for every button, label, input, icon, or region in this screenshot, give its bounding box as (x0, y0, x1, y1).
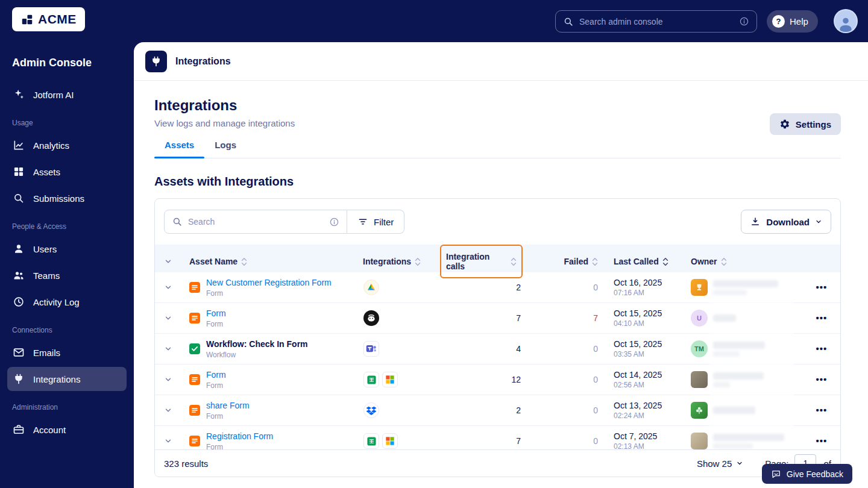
user-icon (13, 243, 25, 255)
tab-logs[interactable]: Logs (204, 140, 247, 158)
results-count: 323 results (164, 458, 208, 469)
asset-type: Form (206, 289, 332, 298)
sort-icon[interactable] (511, 257, 517, 266)
avatar-initials: TM (694, 345, 704, 352)
asset-type: Workflow (206, 351, 308, 359)
integration-calls-value: 2 (435, 283, 523, 292)
page-title: Integrations (154, 97, 841, 114)
sidebar-item-users[interactable]: Users (7, 237, 127, 261)
column-header-failed[interactable]: Failed (523, 257, 604, 266)
owner-avatar (691, 279, 708, 296)
acme-logo: ACME (12, 7, 85, 31)
assets-icon (13, 166, 25, 178)
row-expand-button[interactable] (163, 282, 174, 293)
owner-name-redacted (713, 372, 764, 387)
row-expand-button[interactable] (163, 374, 174, 385)
search-icon (13, 192, 25, 204)
sidebar-item-analytics[interactable]: Analytics (7, 133, 127, 157)
row-expand-button[interactable] (163, 436, 174, 446)
integration-calls-value: 4 (435, 344, 523, 354)
chevron-down-icon (164, 345, 172, 353)
sort-icon[interactable] (721, 257, 727, 266)
sidebar-item-teams[interactable]: Teams (7, 263, 127, 287)
google-sheets-icon (363, 433, 379, 449)
sidebar-item-integrations[interactable]: Integrations (7, 367, 127, 391)
filter-label: Filter (374, 217, 394, 227)
column-header-asset-name[interactable]: Asset Name (181, 257, 354, 266)
asset-type: Form (206, 412, 250, 421)
logo-text: ACME (38, 12, 77, 27)
sidebar-item-activity-log[interactable]: Activity Log (7, 290, 127, 314)
asset-name-link[interactable]: Registration Form (206, 431, 273, 441)
integration-calls-value: 12 (435, 375, 523, 384)
sidebar-nav: Jotform AIUsageAnalyticsAssetsSubmission… (7, 83, 127, 442)
info-icon[interactable] (739, 16, 749, 27)
chevron-down-icon (736, 460, 743, 467)
give-feedback-label: Give Feedback (787, 469, 843, 479)
row-actions-button[interactable]: ••• (816, 436, 828, 446)
search-icon (172, 216, 183, 227)
failed-calls-value: 0 (523, 375, 604, 384)
filter-icon (357, 216, 368, 227)
row-expand-button[interactable] (163, 343, 174, 354)
asset-name-link[interactable]: share Form (206, 401, 250, 410)
sort-icon[interactable] (415, 257, 421, 266)
person-icon (837, 15, 855, 32)
row-actions-button[interactable]: ••• (816, 374, 828, 384)
sidebar-item-emails[interactable]: Emails (7, 340, 127, 364)
integration-apps (354, 372, 435, 387)
chevron-down-icon (164, 437, 172, 445)
row-expand-button[interactable] (163, 313, 174, 324)
expand-all-header[interactable] (155, 257, 181, 266)
sidebar-item-submissions[interactable]: Submissions (7, 186, 127, 210)
sparkles-icon (13, 89, 25, 101)
sidebar-item-jotform-ai[interactable]: Jotform AI (7, 83, 127, 107)
table-search-input[interactable] (188, 217, 324, 227)
settings-button[interactable]: Settings (770, 113, 841, 135)
chevron-down-icon (815, 218, 822, 225)
settings-label: Settings (796, 119, 831, 130)
asset-name-link[interactable]: New Customer Registration Form (206, 278, 332, 287)
column-header-owner[interactable]: Owner (688, 257, 803, 266)
sidebar-section-connections: Connections (12, 326, 122, 334)
sidebar-item-label: Emails (33, 348, 60, 358)
user-avatar[interactable] (834, 9, 858, 33)
sidebar-item-account[interactable]: Account (7, 418, 127, 442)
column-header-last-called[interactable]: Last Called (604, 257, 688, 266)
sort-icon[interactable] (662, 257, 668, 266)
search-icon (563, 16, 574, 27)
question-icon: ? (772, 15, 785, 28)
help-button[interactable]: ? Help (767, 10, 818, 33)
tab-assets[interactable]: Assets (154, 140, 204, 158)
last-called-date: Oct 16, 2025 (614, 278, 688, 287)
integration-apps (354, 402, 435, 418)
filter-button[interactable]: Filter (347, 210, 404, 234)
asset-name-link[interactable]: Form (206, 308, 226, 318)
form-icon (189, 405, 200, 416)
row-actions-button[interactable]: ••• (816, 405, 828, 415)
last-called-time: 02:13 AM (614, 442, 688, 449)
asset-name-link[interactable]: Form (206, 370, 226, 380)
column-header-integrations[interactable]: Integrations (354, 257, 435, 266)
last-called-date: Oct 13, 2025 (614, 401, 688, 410)
last-called-time: 02:56 AM (614, 381, 688, 389)
form-icon (189, 436, 200, 446)
section-title: Assets with Integrations (154, 175, 841, 189)
info-icon[interactable] (329, 217, 339, 227)
sidebar-item-assets[interactable]: Assets (7, 160, 127, 184)
give-feedback-button[interactable]: Give Feedback (762, 464, 852, 484)
row-actions-button[interactable]: ••• (816, 282, 828, 292)
sort-icon[interactable] (592, 257, 598, 266)
row-actions-button[interactable]: ••• (816, 313, 828, 323)
row-expand-button[interactable] (163, 405, 174, 416)
page-size-select[interactable]: Show 25 (697, 458, 743, 469)
failed-calls-value: 0 (523, 344, 604, 354)
asset-type: Form (206, 381, 226, 390)
admin-search-input[interactable] (579, 17, 734, 27)
sort-icon[interactable] (241, 257, 247, 266)
row-actions-button[interactable]: ••• (816, 343, 828, 354)
download-button[interactable]: Download (741, 210, 831, 234)
tabs: Assets Logs (154, 140, 841, 158)
avatar-initials: U (697, 314, 702, 322)
form-icon (189, 282, 200, 293)
